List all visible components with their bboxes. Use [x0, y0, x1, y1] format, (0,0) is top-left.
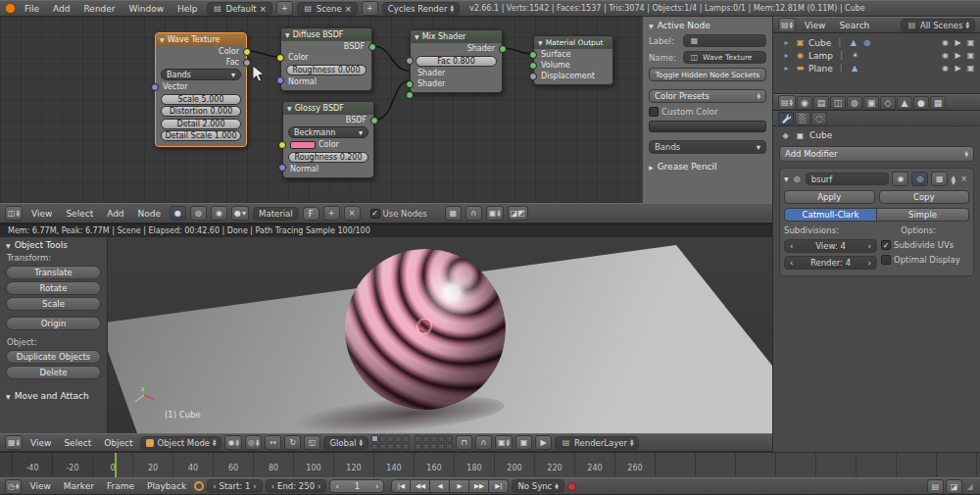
layers-grid-2[interactable]: [415, 435, 453, 450]
stepper-left-icon[interactable]: ‹: [271, 481, 274, 491]
tab-particles[interactable]: ░: [795, 112, 810, 125]
mode-dropdown[interactable]: Object Mode ▲▼: [140, 436, 221, 450]
editor-type-selector[interactable]: ◷▲▼: [5, 479, 22, 494]
collapse-icon[interactable]: ▼: [415, 33, 419, 40]
modifier-name-field[interactable]: bsurf: [806, 173, 890, 185]
optimal-display-checkbox[interactable]: [881, 255, 891, 265]
socket-shader1-input[interactable]: [406, 80, 414, 88]
prev-keyframe-button[interactable]: ◀◀: [411, 479, 430, 493]
scene-selector[interactable]: ▤ Scene ×: [297, 2, 358, 16]
socket-bsdf-output[interactable]: [370, 117, 378, 124]
node-name-field[interactable]: ◫Wave Texture: [683, 51, 766, 64]
node-header[interactable]: ▼ Mix Shader: [411, 30, 502, 43]
socket-shader2-input[interactable]: [406, 91, 414, 99]
socket-volume-input[interactable]: [529, 62, 537, 70]
node-color-swatch[interactable]: [649, 121, 766, 132]
stepper-right-icon[interactable]: ›: [868, 258, 871, 268]
origin-button[interactable]: Origin: [6, 317, 101, 330]
layout-icons[interactable]: ◪◩: [508, 206, 528, 221]
snap-element-dropdown[interactable]: ▣▲▼: [495, 435, 513, 450]
layers-grid-1[interactable]: [371, 435, 410, 450]
tab-physics[interactable]: ◌: [811, 112, 827, 125]
menu-select[interactable]: Select: [59, 438, 96, 448]
shader-type-lamp-icon[interactable]: ◉: [211, 206, 227, 221]
stepper-left-icon[interactable]: ‹: [213, 481, 216, 491]
menu-add[interactable]: Add: [48, 4, 74, 14]
node-mix-shader[interactable]: ▼ Mix Shader Shader Fac 0.800 Shader Sha…: [410, 29, 503, 93]
tab-world[interactable]: ◍: [847, 96, 862, 110]
collapse-icon[interactable]: ▼: [285, 31, 290, 38]
tab-render[interactable]: ◉: [797, 96, 812, 110]
outliner-row-plane[interactable]: ▸ ▬ Plane | ▲ ◉ ▶ ▣: [781, 63, 976, 74]
cursor-3d[interactable]: [417, 320, 431, 333]
color-swatch[interactable]: [290, 141, 316, 149]
add-scene-button[interactable]: +: [362, 1, 378, 16]
render-engine-dropdown[interactable]: Cycles Render ▲▼: [382, 2, 460, 16]
scale-slider[interactable]: Scale 5.000: [161, 94, 241, 105]
render-still-button[interactable]: ▣: [515, 435, 532, 450]
jump-to-start-button[interactable]: |◀: [391, 479, 411, 493]
close-icon[interactable]: ×: [345, 4, 352, 14]
start-frame-stepper[interactable]: ‹ Start: 1 ›: [207, 479, 263, 493]
node-header[interactable]: ▼ Wave Texture: [156, 33, 246, 46]
render-visibility-icon[interactable]: ▣: [965, 63, 976, 74]
collapse-icon[interactable]: ▼: [160, 36, 165, 43]
apply-button[interactable]: Apply: [784, 190, 875, 204]
menu-render[interactable]: Render: [79, 4, 121, 14]
breadcrumb-object[interactable]: Cube: [809, 130, 832, 140]
menu-select[interactable]: Select: [61, 209, 98, 219]
play-reverse-button[interactable]: ◀: [430, 479, 450, 493]
viewport-3d[interactable]: z (1) Cube ▼Object Tools Transform: Tran…: [0, 237, 772, 433]
panel-collapse-icon[interactable]: ▼: [6, 393, 11, 400]
snap-mode-dropdown[interactable]: ▣▲▼: [486, 206, 504, 221]
tab-object[interactable]: ▣: [863, 96, 879, 110]
tab-material[interactable]: ●: [913, 96, 929, 110]
menu-help[interactable]: Help: [172, 4, 203, 14]
screen-layout-selector[interactable]: ▤ Default ×: [207, 2, 272, 16]
panel-collapse-icon[interactable]: ▼: [6, 242, 11, 249]
copy-button[interactable]: Copy: [879, 190, 970, 204]
menu-view[interactable]: View: [25, 438, 56, 448]
node-material-output[interactable]: ▼ Material Output Surface Volume Displac…: [533, 35, 613, 85]
tab-object-data[interactable]: ▲: [897, 96, 912, 110]
expand-icon[interactable]: ▸: [781, 37, 792, 48]
outliner-row-cube[interactable]: ▸ ▣ Cube | ▲ ◍ ◉ ▶ ▣: [781, 37, 976, 48]
catmull-clark-button[interactable]: Catmull-Clark: [784, 208, 877, 222]
node-label-field[interactable]: ▦: [683, 34, 766, 47]
viewport-shading-dropdown[interactable]: ◉▲▼: [224, 435, 241, 450]
node-header[interactable]: ▼ Material Output: [534, 36, 612, 49]
menu-marker[interactable]: Marker: [59, 481, 99, 491]
pin-icon[interactable]: ◆: [780, 130, 791, 141]
material-name-field[interactable]: Material: [253, 207, 299, 221]
play-button[interactable]: ▶: [450, 479, 469, 493]
modifier-render-toggle[interactable]: ◉: [892, 172, 908, 186]
hide-icon[interactable]: ◉: [940, 63, 951, 74]
delete-modifier-icon[interactable]: ×: [958, 173, 969, 184]
outliner-row-lamp[interactable]: ▸ ◉ Lamp | ☀ ◉ ▶ ▣: [781, 50, 976, 61]
stepper-left-icon[interactable]: ‹: [335, 481, 338, 491]
color-presets-dropdown[interactable]: Color Presets ▲▼: [649, 89, 766, 103]
keying-options-icon[interactable]: ◪: [946, 479, 962, 494]
editor-type-selector[interactable]: ▦▲▼: [5, 435, 23, 450]
socket-fac-output[interactable]: [243, 59, 251, 67]
fake-user-button[interactable]: F: [303, 207, 319, 221]
snap-magnet-icon[interactable]: ∩: [475, 435, 492, 450]
backdrop-icon[interactable]: ▦: [445, 206, 462, 221]
lock-to-scene-icon[interactable]: ⊓: [456, 435, 472, 450]
menu-object[interactable]: Object: [99, 438, 137, 448]
socket-color-input[interactable]: [278, 141, 286, 149]
close-icon[interactable]: ×: [260, 4, 267, 14]
stepper-left-icon[interactable]: ‹: [790, 241, 793, 251]
manipulator-rotate-icon[interactable]: ↻: [284, 435, 301, 450]
timeline-ruler[interactable]: -40 -20 0 20 40 60 80 100 120 140 160 18…: [0, 452, 980, 477]
tab-scene[interactable]: ◫: [830, 96, 846, 110]
render-subdivisions-stepper[interactable]: ‹ Render: 4 ›: [784, 256, 877, 270]
menu-add[interactable]: Add: [102, 209, 128, 219]
node-glossy-bsdf[interactable]: ▼ Glossy BSDF BSDF Beckmann▾ Color Rough…: [282, 101, 374, 178]
custom-color-checkbox[interactable]: [649, 107, 659, 117]
stepper-right-icon[interactable]: ›: [318, 481, 320, 491]
selectable-icon[interactable]: ▶: [953, 50, 963, 61]
editor-type-selector[interactable]: ◫▲▼: [5, 206, 23, 221]
editor-type-selector[interactable]: ▤▲▼: [778, 95, 796, 110]
render-visibility-icon[interactable]: ▣: [965, 50, 976, 61]
